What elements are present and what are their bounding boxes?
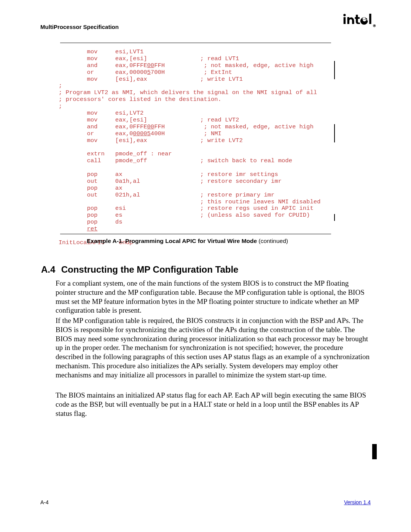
section-heading: A.4 Constructing the MP Configuration Ta… — [41, 264, 238, 275]
running-header: MultiProcessor Specification — [40, 24, 371, 30]
svg-rect-2 — [369, 14, 371, 24]
page-number: A-4 — [40, 499, 49, 505]
figure-caption: Example A-1. Programming Local APIC for … — [87, 238, 331, 244]
intel-logo — [342, 13, 377, 28]
svg-rect-0 — [344, 17, 346, 24]
change-bar — [334, 124, 335, 142]
header-title: MultiProcessor Specification — [40, 24, 119, 30]
code-bottom-rule — [60, 234, 331, 234]
section-title: Constructing the MP Configuration Table — [61, 264, 239, 275]
svg-point-1 — [343, 14, 346, 16]
change-bar — [334, 61, 335, 79]
svg-point-3 — [374, 25, 375, 27]
footer: A-4 Version 1.4 — [40, 499, 371, 505]
page: MultiProcessor Specification mov esi,LVT… — [0, 0, 411, 532]
change-bar — [372, 444, 377, 459]
body-paragraph: If the MP configuration table is require… — [56, 316, 371, 379]
section-number: A.4 — [41, 264, 59, 275]
change-bar — [334, 214, 335, 221]
code-block: mov esi,LVT1 mov eax,[esi] ; read LVT1 a… — [59, 49, 320, 246]
body-paragraph: The BIOS maintains an initialized AP sta… — [56, 391, 371, 418]
version-link[interactable]: Version 1.4 — [344, 499, 371, 505]
code-top-rule — [60, 43, 331, 43]
body-paragraph: For a compliant system, one of the main … — [56, 279, 371, 315]
